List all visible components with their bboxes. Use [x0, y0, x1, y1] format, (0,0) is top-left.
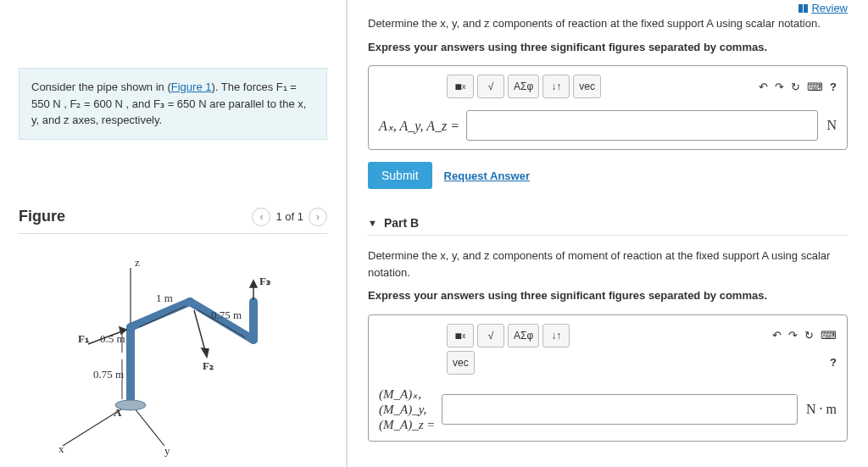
- label-maz: (M_A)_z =: [379, 417, 435, 432]
- sqrt-button[interactable]: √: [477, 75, 504, 98]
- svg-marker-11: [202, 348, 209, 357]
- updown-icon: ↓↑: [551, 330, 561, 342]
- right-pane: Review Determine the x, y, and z compone…: [348, 0, 868, 467]
- vec-icon: vec: [453, 357, 469, 369]
- greek-icon: ΑΣφ: [514, 330, 533, 342]
- templates-icon: ■: [455, 329, 462, 342]
- part-b-unit: N · m: [798, 402, 837, 417]
- review-link[interactable]: Review: [798, 2, 848, 14]
- figure-title: Figure: [19, 208, 65, 225]
- caret-down-icon: ▼: [368, 218, 377, 228]
- axis-y-label: y: [164, 444, 170, 457]
- figure-divider: [19, 233, 327, 234]
- part-a-answer-area: ■x √ ΑΣφ ↓↑ vec ↶ ↷ ↻ ⌨ ? Aₓ, A_y, A_z =…: [368, 65, 848, 150]
- updown-button-b[interactable]: ↓↑: [542, 324, 570, 347]
- part-b-header[interactable]: ▼ Part B: [368, 208, 848, 236]
- label-may: (M_A)_y,: [379, 402, 435, 417]
- part-a-instruction: Express your answers using three signifi…: [368, 39, 848, 56]
- dim-05m-label: 0.5 m: [100, 332, 125, 345]
- problem-statement: Consider the pipe shown in (Figure 1). T…: [19, 68, 327, 140]
- dim-075m-bot-label: 0.75 m: [93, 368, 124, 381]
- part-b-toolbar: ■x √ ΑΣφ ↓↑ ↶ ↷ ↻ ⌨: [447, 324, 837, 347]
- greek-button[interactable]: ΑΣφ: [508, 75, 539, 98]
- updown-button[interactable]: ↓↑: [542, 75, 570, 98]
- sqrt-icon: √: [488, 330, 494, 342]
- part-a-unit: N: [818, 118, 837, 133]
- part-b-instruction: Express your answers using three signifi…: [368, 287, 848, 304]
- help-button[interactable]: ?: [830, 81, 837, 93]
- figure-nav: ‹ 1 of 1 ›: [252, 208, 327, 226]
- sqrt-button-b[interactable]: √: [477, 324, 504, 347]
- dim-075m-top-label: 0.75 m: [211, 309, 242, 321]
- svg-line-4: [131, 302, 190, 327]
- vec-icon: vec: [579, 81, 595, 92]
- part-a-answer-label: Aₓ, A_y, A_z =: [379, 118, 466, 134]
- templates-button[interactable]: ■x: [447, 75, 474, 98]
- label-max: (M_A)ₓ,: [379, 386, 435, 402]
- force-f1-label: F₁: [78, 332, 89, 345]
- review-icon: [798, 4, 808, 13]
- force-f2-label: F₂: [203, 359, 214, 372]
- keyboard-button-b[interactable]: ⌨: [821, 329, 837, 342]
- undo-button-b[interactable]: ↶: [772, 329, 782, 342]
- vec-button-b[interactable]: vec: [447, 351, 475, 375]
- templates-button-b[interactable]: ■x: [447, 324, 474, 347]
- help-button-b[interactable]: ?: [830, 356, 837, 369]
- request-answer-link[interactable]: Request Answer: [444, 170, 530, 182]
- undo-button[interactable]: ↶: [759, 81, 768, 93]
- part-b-answer-area: ■x √ ΑΣφ ↓↑ ↶ ↷ ↻ ⌨ vec ? (M_A)ₓ,: [368, 314, 848, 442]
- reset-button-b[interactable]: ↻: [804, 329, 814, 342]
- figure-header: Figure ‹ 1 of 1 ›: [19, 208, 327, 226]
- figure-prev-button[interactable]: ‹: [252, 208, 270, 226]
- keyboard-button[interactable]: ⌨: [807, 81, 823, 93]
- part-b-answer-label: (M_A)ₓ, (M_A)_y, (M_A)_z =: [379, 386, 442, 432]
- vec-button[interactable]: vec: [573, 75, 601, 98]
- redo-button[interactable]: ↷: [775, 81, 784, 93]
- axis-z-label: z: [135, 256, 140, 269]
- review-link-text: Review: [811, 2, 848, 14]
- greek-icon: ΑΣφ: [514, 81, 533, 92]
- part-a-toolbar: ■x √ ΑΣφ ↓↑ vec ↶ ↷ ↻ ⌨ ?: [447, 75, 837, 98]
- part-b-title: Part B: [384, 216, 419, 230]
- reset-button[interactable]: ↻: [791, 81, 800, 93]
- dim-1m-label: 1 m: [156, 292, 173, 304]
- problem-text-pre: Consider the pipe shown in (: [31, 81, 171, 93]
- greek-button-b[interactable]: ΑΣφ: [508, 324, 539, 347]
- figure-nav-label: 1 of 1: [275, 210, 303, 223]
- updown-icon: ↓↑: [551, 81, 561, 92]
- part-b-toolbar-row2: vec ?: [447, 351, 837, 375]
- left-pane: Consider the pipe shown in (Figure 1). T…: [0, 0, 348, 467]
- svg-marker-13: [250, 281, 257, 287]
- point-a-label: A: [114, 406, 122, 419]
- figure-link[interactable]: Figure 1: [171, 81, 212, 93]
- part-b-answer-input[interactable]: [442, 394, 798, 425]
- figure-next-button[interactable]: ›: [309, 208, 327, 226]
- redo-button-b[interactable]: ↷: [788, 329, 798, 342]
- sqrt-icon: √: [488, 81, 494, 92]
- part-a-submit-row: Submit Request Answer: [368, 162, 848, 189]
- part-a-answer-input[interactable]: [466, 110, 818, 141]
- figure-image: z x y A F₁ F₂ F₃ 1 m 0.75 m 0.5 m 0.75 m: [19, 251, 327, 463]
- part-a-prompt: Determine the x, y, and z components of …: [368, 15, 848, 32]
- force-f3-label: F₃: [259, 275, 270, 287]
- templates-icon: ■: [455, 80, 462, 93]
- submit-button[interactable]: Submit: [368, 162, 432, 189]
- part-b-prompt: Determine the x, y, and z components of …: [368, 247, 848, 281]
- axis-x-label: x: [58, 442, 64, 455]
